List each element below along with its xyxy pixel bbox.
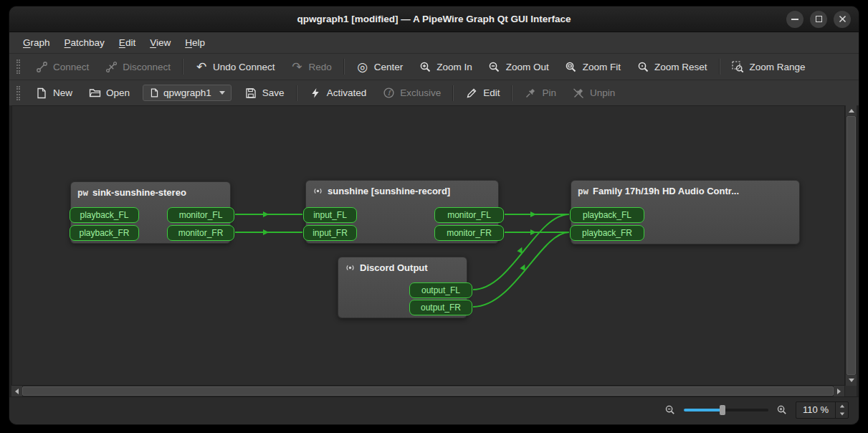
close-button[interactable] [834,11,851,28]
open-label: Open [106,87,130,98]
scroll-right-button[interactable] [834,386,844,396]
zoom-slider-handle[interactable] [720,405,725,415]
node-header: sunshine [sunshine-record] [306,181,498,196]
toolbar-drag-handle[interactable] [16,60,20,74]
pipewire-icon: pw [578,186,588,196]
port-sunshine-input-fr[interactable]: input_FR [303,225,357,241]
patchbay-selector-value: qpwgraph1 [163,87,211,98]
zoom-slider-track [684,409,768,411]
node-sink-sunshine-stereo[interactable]: pw sink-sunshine-stereo playback_FL play… [70,181,231,244]
redo-button[interactable]: ↷ Redo [283,57,338,77]
chevron-down-icon [219,91,225,95]
redo-icon: ↷ [290,60,303,73]
zoom-out-button[interactable]: Zoom Out [481,57,556,77]
new-button[interactable]: New [28,83,80,103]
port-sunshine-monitor-fr[interactable]: monitor_FR [434,225,504,241]
exclusive-button[interactable]: f Exclusive [375,83,448,103]
unpin-icon [572,87,585,100]
window-title: qpwgraph1 [modified] — A PipeWire Graph … [9,14,859,24]
disconnect-button[interactable]: Disconnect [97,57,178,77]
zoom-spinbox-arrows [835,402,848,418]
audio-device-icon [345,262,356,273]
arrow-right-icon [837,389,841,394]
edit-button[interactable]: Edit [458,83,507,103]
zoom-range-button[interactable]: Zoom Range [725,57,813,77]
port-sink-monitor-fl[interactable]: monitor_FL [167,207,234,223]
port-sunshine-input-fl[interactable]: input_FL [303,207,357,223]
toolbar-drag-handle[interactable] [16,86,20,100]
unpin-button[interactable]: Unpin [565,83,622,103]
maximize-button[interactable] [810,11,827,28]
menu-edit[interactable]: Edit [113,34,142,51]
node-discord-output[interactable]: Discord Output output_FL output_FR [338,257,467,318]
zoom-out-small-icon[interactable] [664,404,676,416]
zoom-increase-button[interactable] [836,402,848,410]
port-discord-output-fl[interactable]: output_FL [409,282,472,298]
save-button[interactable]: Save [237,83,292,103]
zoom-spinbox[interactable]: 110 % [796,401,849,419]
new-file-icon [35,87,48,100]
menu-help[interactable]: Help [178,34,211,51]
node-title-text: Family 17h/19h HD Audio Contr... [593,186,739,196]
toolbar-separator [182,59,183,75]
node-family-hd-audio[interactable]: pw Family 17h/19h HD Audio Contr... play… [571,180,800,244]
redo-label: Redo [308,62,331,72]
zoom-in-small-icon[interactable] [776,404,788,416]
port-sink-playback-fl[interactable]: playback_FL [70,207,139,223]
zoom-out-icon [488,60,501,73]
port-sink-playback-fr[interactable]: playback_FR [70,225,139,241]
port-discord-output-fr[interactable]: output_FR [409,300,472,315]
center-icon: ◎ [356,60,369,73]
zoom-decrease-button[interactable] [836,410,848,418]
open-button[interactable]: Open [81,83,137,103]
scroll-left-button[interactable] [11,386,22,396]
minimize-icon [791,19,798,20]
horizontal-scrollbar-handle[interactable] [22,386,834,396]
pin-button[interactable]: Pin [517,83,563,103]
toolbar-graph: Connect Disconnect ↶ Undo Connect ↷ Redo… [9,53,859,80]
graph-canvas[interactable]: pw sink-sunshine-stereo playback_FL play… [11,105,845,386]
arrow-down-icon [849,379,854,382]
menu-patchbay[interactable]: Patchbay [58,34,111,51]
node-title-text: Discord Output [360,262,428,273]
node-sunshine[interactable]: sunshine [sunshine-record] input_FL inpu… [305,180,499,244]
zoom-slider[interactable] [684,404,768,416]
connect-button[interactable]: Connect [28,57,96,77]
zoom-fit-label: Zoom Fit [583,62,621,72]
undo-label: Undo Connect [213,62,275,72]
port-sink-monitor-fr[interactable]: monitor_FR [167,225,234,241]
new-label: New [53,87,72,98]
node-header: Discord Output [338,257,467,273]
menu-graph[interactable]: Graph [16,34,57,51]
scrollbar-corner [845,386,857,396]
node-title-text: sink-sunshine-stereo [92,187,186,198]
edit-pencil-icon [465,87,478,100]
open-folder-icon [88,87,101,100]
maximize-icon [816,16,822,22]
port-family-playback-fl[interactable]: playback_FL [570,207,644,223]
zoom-reset-button[interactable]: Zoom Reset [629,57,715,77]
port-family-playback-fr[interactable]: playback_FR [570,225,644,241]
minimize-button[interactable] [786,11,803,28]
patchbay-selector[interactable]: qpwgraph1 [143,85,232,101]
toolbar-separator [343,59,345,75]
scroll-up-button[interactable] [846,105,857,116]
scroll-down-button[interactable] [846,375,857,386]
vertical-scrollbar[interactable] [846,105,857,386]
zoom-in-button[interactable]: Zoom In [411,57,480,77]
horizontal-scrollbar[interactable] [9,386,859,396]
vertical-scrollbar-handle[interactable] [846,116,856,375]
port-sunshine-monitor-fl[interactable]: monitor_FL [434,207,504,223]
activated-button[interactable]: Activated [302,83,374,103]
disconnect-icon [105,60,118,73]
zoom-range-label: Zoom Range [750,62,806,72]
pipewire-icon: pw [77,187,88,198]
center-button[interactable]: ◎ Center [349,57,411,77]
titlebar[interactable]: qpwgraph1 [modified] — A PipeWire Graph … [9,6,859,32]
zoom-fit-button[interactable]: Zoom Fit [558,57,628,77]
patchbay-file-icon [149,88,159,98]
menu-view[interactable]: View [143,34,177,51]
undo-connect-button[interactable]: ↶ Undo Connect [188,57,282,77]
statusbar: 110 % [9,396,859,424]
node-title-text: sunshine [sunshine-record] [328,186,450,196]
